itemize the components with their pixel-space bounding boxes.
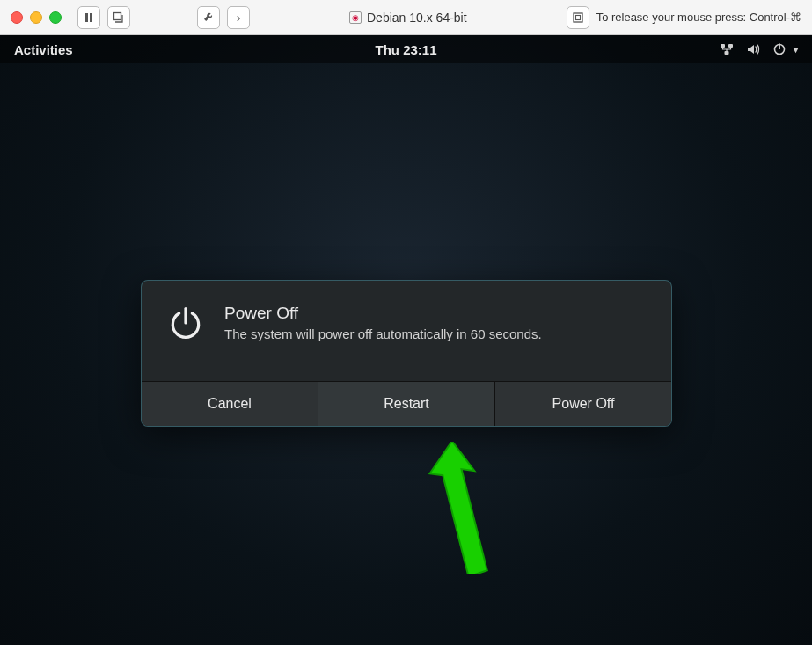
snapshot-vm-button[interactable] (107, 6, 130, 29)
gnome-top-bar: Activities Thu 23:11 ▾ (0, 35, 812, 63)
clock[interactable]: Thu 23:11 (375, 42, 436, 57)
activities-button[interactable]: Activities (14, 42, 73, 57)
vm-window-chrome: › ◉ Debian 10.x 64-bit To release your m… (0, 0, 812, 35)
chrome-next-button[interactable]: › (227, 6, 250, 29)
dialog-body: Power Off The system will power off auto… (142, 281, 671, 381)
settings-vm-button[interactable] (197, 6, 220, 29)
network-icon (720, 42, 734, 56)
restart-button[interactable]: Restart (318, 382, 495, 426)
debian-icon: ◉ (349, 11, 362, 24)
svg-rect-4 (575, 15, 580, 19)
dialog-title: Power Off (224, 304, 542, 323)
power-off-dialog: Power Off The system will power off auto… (141, 280, 672, 427)
annotation-arrow (417, 442, 514, 574)
minimize-window-button[interactable] (30, 11, 42, 24)
volume-icon (746, 42, 760, 56)
fullscreen-vm-button[interactable] (567, 6, 589, 29)
chevron-right-icon: › (237, 11, 241, 25)
chevron-down-icon: ▾ (794, 45, 798, 55)
close-window-button[interactable] (11, 11, 23, 24)
maximize-window-button[interactable] (49, 11, 62, 24)
svg-rect-0 (85, 13, 88, 22)
power-icon (772, 42, 786, 56)
wrench-icon (202, 11, 215, 24)
vm-title: Debian 10.x 64-bit (367, 11, 467, 25)
pause-vm-button[interactable] (77, 6, 100, 29)
fullscreen-icon (572, 11, 584, 24)
vm-desktop: Activities Thu 23:11 ▾ Power Off The sys… (0, 35, 812, 645)
dialog-message: The system will power off automatically … (224, 326, 542, 341)
dialog-button-row: Cancel Restart Power Off (142, 381, 671, 426)
chrome-right-area: To release your mouse press: Control-⌘ (567, 6, 801, 29)
window-traffic-lights (11, 11, 62, 24)
power-off-button[interactable]: Power Off (495, 382, 671, 426)
release-mouse-hint: To release your mouse press: Control-⌘ (596, 11, 801, 24)
svg-rect-6 (728, 44, 733, 48)
svg-rect-7 (725, 51, 729, 55)
snapshot-icon (113, 11, 125, 24)
power-off-icon (166, 304, 205, 346)
svg-rect-5 (721, 44, 725, 48)
cancel-button[interactable]: Cancel (142, 382, 318, 426)
svg-rect-3 (574, 13, 582, 22)
dialog-text: Power Off The system will power off auto… (224, 304, 542, 341)
system-tray[interactable]: ▾ (720, 42, 798, 56)
pause-icon (84, 12, 94, 23)
svg-rect-1 (90, 13, 92, 22)
vm-title-area: ◉ Debian 10.x 64-bit (257, 11, 560, 25)
svg-rect-2 (114, 12, 121, 19)
